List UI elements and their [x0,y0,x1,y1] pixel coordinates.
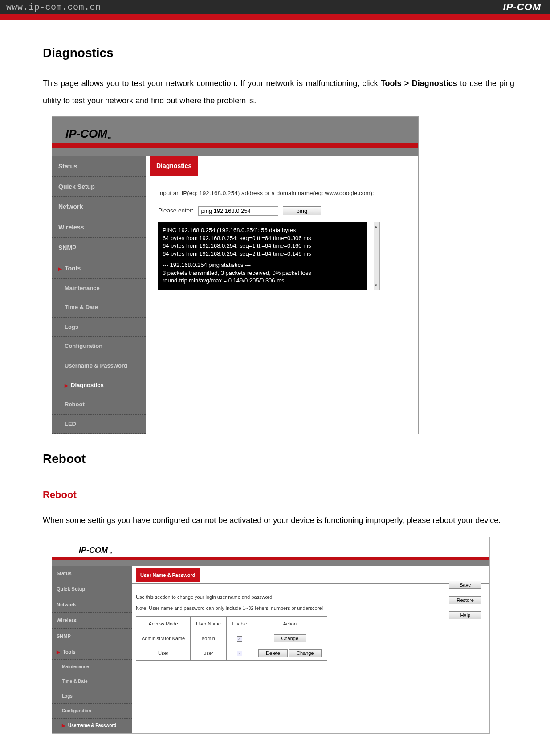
change-button-user[interactable]: Change [289,649,322,657]
sidebar-item-maintenance[interactable]: Maintenance [52,279,146,298]
text: This page allows you to test your networ… [43,79,381,88]
tab-diagnostics[interactable]: Diagnostics [150,156,198,176]
ss1-logo: IP-COM™ [65,121,112,147]
cell-user-user: user [191,646,227,661]
sidebar-item-configuration[interactable]: Configuration [52,704,132,719]
ss1-main: Diagnostics Input an IP(eg: 192.168.0.25… [146,156,418,434]
ping-output-terminal: PING 192.168.0.254 (192.168.0.254): 56 d… [158,222,367,290]
sidebar-item-snmp[interactable]: SNMP [52,629,132,644]
ss2-redband [52,557,489,560]
sidebar-item-diagnostics[interactable]: Diagnostics [52,376,146,396]
ss2-gap [52,560,489,566]
ping-button[interactable]: ping [283,206,322,215]
term-line: PING 192.168.0.254 (192.168.0.254): 56 d… [163,226,363,234]
table-header-row: Access Mode User Name Enable Action [136,616,327,631]
sidebar-item-network[interactable]: Network [52,597,132,613]
header-red-band [0,14,550,20]
text-bold: Diagnostics [412,79,457,88]
sidebar-item-wireless[interactable]: Wireless [52,613,132,628]
term-line: 64 bytes from 192.168.0.254: seq=0 ttl=6… [163,234,363,242]
sidebar-item-username-password[interactable]: Username & Password [52,719,132,733]
sidebar-item-logs[interactable]: Logs [52,318,146,337]
section-heading-reboot: Reboot [43,445,514,473]
sidebar-item-status[interactable]: Status [52,156,146,177]
ss2-main: User Name & Password Use this section to… [132,566,489,733]
term-line: 3 packets transmitted, 3 packets receive… [163,269,363,277]
ss2-url: www.ip-com.com.cn [412,544,476,557]
sidebar-item-configuration[interactable]: Configuration [52,337,146,356]
ss2-desc-line1: Use this section to change your login us… [136,592,489,602]
subsection-heading-reboot: Reboot [43,484,514,506]
cell-user-admin: admin [191,631,227,646]
cell-mode-user: User [136,646,191,661]
ss2-sidebar: Status Quick Setup Network Wireless SNMP… [52,566,132,733]
header-logo: IP-COM [503,1,541,13]
th-action: Action [253,616,327,631]
restore-button[interactable]: Restore [449,596,481,604]
diagnostics-paragraph: This page allows you to test your networ… [43,75,514,110]
ss1-sidebar: Status Quick Setup Network Wireless SNMP… [52,156,146,434]
delete-button-user[interactable]: Delete [258,649,288,657]
ping-input[interactable] [198,206,278,216]
sidebar-item-username-password[interactable]: Username & Password [52,356,146,376]
user-table: Access Mode User Name Enable Action Admi… [136,616,327,661]
please-enter-label: Please enter: [158,204,194,217]
diag-instructions: Input an IP(eg: 192.168.0.254) address o… [158,187,409,200]
sidebar-item-wireless[interactable]: Wireless [52,217,146,238]
terminal-scrollbar[interactable] [374,222,380,290]
sidebar-item-quick-setup[interactable]: Quick Setup [52,581,132,597]
sidebar-item-snmp[interactable]: SNMP [52,238,146,258]
th-user-name: User Name [191,616,227,631]
sidebar-item-tools[interactable]: Tools [52,644,132,660]
ss1-gap [52,148,418,156]
sidebar-item-network[interactable]: Network [52,197,146,217]
table-row: User user ✓ Delete Change [136,646,327,661]
reboot-paragraph: When some settings you have configured c… [43,512,514,530]
sidebar-item-reboot[interactable]: Reboot [52,395,146,415]
tab-username-password[interactable]: User Name & Password [136,568,200,582]
term-line: round-trip min/avg/max = 0.149/0.205/0.3… [163,277,363,285]
ss2-topbar: IP-COM™ www.ip-com.com.cn [52,537,489,557]
sidebar-item-time-date[interactable]: Time & Date [52,674,132,689]
th-access-mode: Access Mode [136,616,191,631]
help-button[interactable]: Help [449,611,481,619]
text-bold: Tools > [381,79,412,88]
sidebar-item-maintenance[interactable]: Maintenance [52,660,132,674]
section-heading-diagnostics: Diagnostics [43,39,514,67]
checkbox-enable-admin[interactable]: ✓ [237,636,242,642]
sidebar-item-quick-setup[interactable]: Quick Setup [52,177,146,197]
sidebar-item-led[interactable]: LED [52,415,146,434]
sidebar-item-logs[interactable]: Logs [52,689,132,704]
screenshot-username-password: IP-COM™ www.ip-com.com.cn Status Quick S… [52,537,490,734]
th-enable: Enable [226,616,253,631]
ss2-desc-line2: Note: User name and password can only in… [136,603,489,613]
header-url: www.ip-com.com.cn [6,2,101,12]
term-line: 64 bytes from 192.168.0.254: seq=1 ttl=6… [163,242,363,250]
sidebar-item-tools[interactable]: Tools [52,258,146,279]
change-button-admin[interactable]: Change [274,634,306,642]
table-row: Administrator Name admin ✓ Change [136,631,327,646]
sidebar-item-time-date[interactable]: Time & Date [52,298,146,318]
screenshot-diagnostics: IP-COM™ Status Quick Setup Network Wirel… [52,116,419,435]
cell-mode-admin: Administrator Name [136,631,191,646]
term-line: 64 bytes from 192.168.0.254: seq=2 ttl=6… [163,250,363,258]
term-line: --- 192.168.0.254 ping statistics --- [163,261,363,269]
ss1-topbar: IP-COM™ [52,117,418,143]
save-button[interactable]: Save [449,581,481,589]
sidebar-item-status[interactable]: Status [52,566,132,581]
checkbox-enable-user[interactable]: ✓ [237,651,242,656]
page-header: www.ip-com.com.cn IP-COM [0,0,550,14]
ss2-logo: IP-COM™ [79,542,112,560]
